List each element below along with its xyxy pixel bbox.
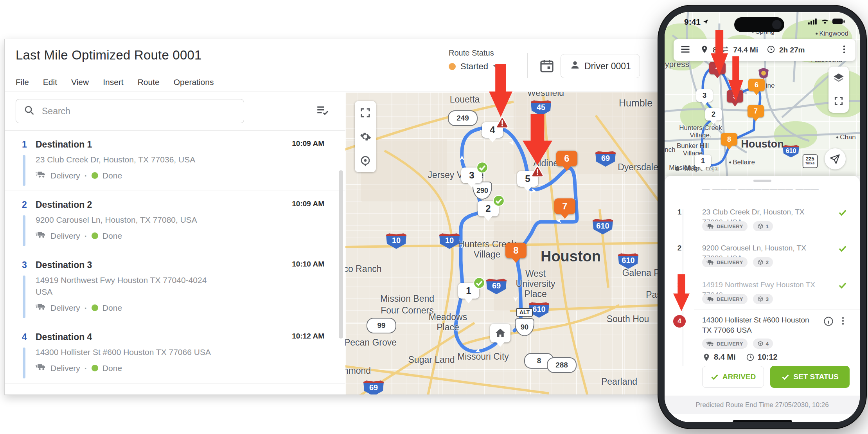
menu-item-route[interactable]: Route <box>138 77 160 87</box>
gear-icon[interactable] <box>359 131 371 142</box>
phone-route-summary-bar[interactable]: 8 74.4 Mi 2h 27m <box>674 39 855 61</box>
desktop-map[interactable]: LouettaWestfieldHumbleJersey VillageAldi… <box>345 92 659 394</box>
route-duration: 2h 27m <box>779 46 805 54</box>
signal-icon <box>808 18 818 25</box>
depot-home-marker[interactable] <box>490 324 510 342</box>
kebab-icon[interactable] <box>839 44 849 56</box>
alt-banner: ALT <box>516 308 533 317</box>
map-marker-stop-8[interactable]: 8 <box>505 243 527 258</box>
destination-status: Done <box>102 231 122 241</box>
truck-icon <box>36 171 46 180</box>
marker-bubble: 1 <box>695 155 711 167</box>
marker-bubble: 2 <box>705 108 722 121</box>
search-box[interactable] <box>16 99 244 123</box>
destination-meta: Delivery·Done <box>36 171 310 180</box>
phone-map[interactable]: SpringKingwoodypressAtascocitaineHunters… <box>665 12 860 176</box>
separator: · <box>84 364 87 373</box>
home-indicator[interactable] <box>733 420 792 422</box>
destination-status: Done <box>102 364 122 373</box>
fullscreen-icon[interactable] <box>834 96 844 108</box>
kebab-icon[interactable] <box>838 316 848 328</box>
road-shield: 10 <box>439 232 460 249</box>
list-scrollbar[interactable] <box>339 170 343 339</box>
menu-item-file[interactable]: File <box>16 77 29 87</box>
phone-map-marker-stop-8[interactable]: 8 <box>721 133 737 146</box>
phone-map-marker-stop-2[interactable]: 2 <box>705 108 722 121</box>
route-status-dropdown[interactable]: Started <box>449 61 498 72</box>
package-badge: 2 <box>753 257 773 267</box>
menu-item-operations[interactable]: Operations <box>174 77 214 87</box>
map-label: Pearland <box>601 376 637 387</box>
tollway-shield-icon <box>758 68 769 79</box>
separator: · <box>84 231 87 241</box>
eta-time: 10:12 <box>758 353 778 362</box>
destination-type: Delivery <box>50 303 80 313</box>
calendar-icon[interactable] <box>539 58 555 74</box>
destination-address: 23 Club Creek Dr, Houston, TX 77036, USA <box>36 154 212 166</box>
set-status-button[interactable]: SET STATUS <box>770 366 850 388</box>
phone-map-marker-stop-7[interactable]: 7 <box>748 105 764 117</box>
menu-bar: FileEditViewInsertRouteOperations <box>16 77 214 87</box>
destination-time: 10:10 AM <box>292 260 324 268</box>
separator: · <box>84 303 87 313</box>
phone-map-marker-stop-1[interactable]: 1 <box>695 155 711 167</box>
marker-bubble: 4 <box>482 122 503 138</box>
header-divider <box>527 53 528 78</box>
map-marker-stop-4[interactable]: 4 <box>482 122 503 138</box>
drag-handle[interactable] <box>753 180 771 182</box>
delivery-badge: DELIVERY <box>702 221 748 231</box>
destination-list-panel: 1Destination 123 Club Creek Dr, Houston,… <box>5 92 346 394</box>
phone-map-label: Chan <box>836 133 856 141</box>
delivery-badge: DELIVERY <box>702 257 748 267</box>
phone-map-label: Kingwood <box>816 30 848 37</box>
search-input[interactable] <box>41 106 236 117</box>
list-check-icon[interactable] <box>316 104 329 119</box>
destination-address: 14919 Northwest Fwy Houston TX 77040-402… <box>36 274 212 298</box>
destination-row[interactable]: 2Destination 29200 Carousel Ln, Houston,… <box>5 191 345 251</box>
truck-icon <box>36 363 46 373</box>
map-marker-stop-1[interactable]: 1 <box>458 283 479 299</box>
road-shield: 45 <box>531 99 551 116</box>
map-marker-stop-3[interactable]: 3 <box>461 167 482 183</box>
phone-bottom-sheet[interactable]: — ——— ——————— ——— ———— —— 123 Club Creek… <box>665 176 860 422</box>
route-status-value: Started <box>460 61 488 72</box>
clock-icon <box>767 45 775 55</box>
package-badge: 1 <box>753 221 773 231</box>
fullscreen-icon[interactable] <box>359 107 371 119</box>
destination-time: 10:09 AM <box>292 139 324 148</box>
menu-item-insert[interactable]: Insert <box>103 77 124 87</box>
destination-row[interactable]: 1Destination 123 Club Creek Dr, Houston,… <box>5 131 345 191</box>
marker-bubble: 7 <box>748 105 764 117</box>
map-marker-stop-2[interactable]: 2 <box>478 201 499 216</box>
phone-map-marker-stop-3[interactable]: 3 <box>696 89 713 102</box>
clipped-row-remnant: — ——— ——————— ——— ———— —— <box>702 188 831 195</box>
destination-row[interactable]: 4Destination 414300 Hollister St #600 Ho… <box>5 323 345 384</box>
timeline-bar <box>23 215 25 246</box>
map-marker-stop-5[interactable]: 5 <box>517 171 538 187</box>
destination-title: Destination 2 <box>36 199 310 211</box>
timeline-bar <box>23 155 25 186</box>
menu-item-edit[interactable]: Edit <box>43 77 57 87</box>
marker-bubble: 1 <box>458 283 479 299</box>
road-shield: ALT90 <box>515 318 534 336</box>
interstate-shield: 610 <box>618 252 638 269</box>
destination-meta: Delivery·Done <box>36 363 310 373</box>
status-dot-started <box>449 63 456 70</box>
destination-row[interactable]: 3Destination 314919 Northwest Fwy Housto… <box>5 251 345 323</box>
map-label: South Hou <box>607 314 649 324</box>
marker-bubble: 8 <box>721 133 737 146</box>
phone-mockup: SpringKingwoodypressAtascocitaineHunters… <box>658 5 866 429</box>
navigate-icon[interactable] <box>825 148 846 169</box>
layers-icon[interactable] <box>833 72 845 85</box>
phone-map-marker-stop-6[interactable]: 6 <box>748 79 765 91</box>
map-marker-stop-6[interactable]: 6 <box>556 151 577 166</box>
info-icon[interactable] <box>823 316 834 328</box>
divider <box>694 273 860 273</box>
arrived-button[interactable]: ARRIVED <box>702 366 764 388</box>
map-marker-stop-7[interactable]: 7 <box>554 198 575 214</box>
marker-bubble: 7 <box>554 198 575 214</box>
hamburger-icon[interactable] <box>680 44 691 56</box>
driver-button[interactable]: Driver 0001 <box>561 54 640 78</box>
locate-icon[interactable] <box>359 155 371 166</box>
menu-item-view[interactable]: View <box>71 77 89 87</box>
